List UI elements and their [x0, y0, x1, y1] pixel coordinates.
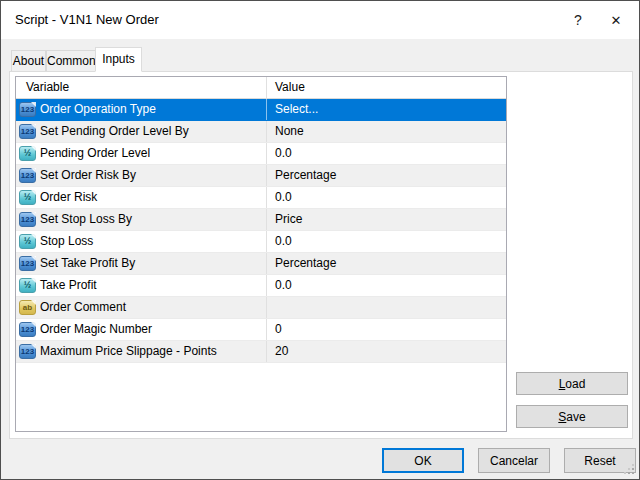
variable-cell: 123Set Pending Order Level By — [16, 121, 267, 142]
variable-name: Set Stop Loss By — [40, 212, 132, 226]
save-button[interactable]: Save — [516, 405, 628, 428]
table-row[interactable]: abOrder Comment — [16, 297, 506, 319]
close-button[interactable]: ✕ — [599, 1, 633, 39]
ok-button[interactable]: OK — [382, 448, 464, 473]
table-row[interactable]: 123Maximum Price Slippage - Points20 — [16, 341, 506, 363]
titlebar: Script - V1N1 New Order ? ✕ — [1, 1, 639, 39]
variable-name: Set Pending Order Level By — [40, 124, 189, 138]
table-row[interactable]: ½Take Profit0.0 — [16, 275, 506, 297]
resize-grip[interactable] — [632, 472, 634, 474]
int-type-icon: 123 — [19, 256, 36, 271]
int-type-icon: 123 — [19, 168, 36, 183]
dialog-window: Script - V1N1 New Order ? ✕ About Common… — [0, 0, 640, 480]
inputs-tab-page: Variable Value 123Order Operation TypeSe… — [9, 71, 633, 439]
variable-cell: 123Set Take Profit By — [16, 253, 267, 274]
table-row[interactable]: 123Set Pending Order Level ByNone — [16, 121, 506, 143]
int-type-icon: 123 — [19, 102, 36, 117]
table-row[interactable]: 123Set Take Profit ByPercentage — [16, 253, 506, 275]
variable-value[interactable]: None — [267, 121, 506, 142]
table-row[interactable]: ½Pending Order Level0.0 — [16, 143, 506, 165]
table-row[interactable]: 123Order Magic Number0 — [16, 319, 506, 341]
table-row[interactable]: 123Set Order Risk ByPercentage — [16, 165, 506, 187]
variable-name: Stop Loss — [40, 234, 93, 248]
variable-name: Set Take Profit By — [40, 256, 135, 270]
column-header-value: Value — [267, 77, 506, 99]
variable-name: Maximum Price Slippage - Points — [40, 344, 217, 358]
reset-button[interactable]: Reset — [564, 448, 636, 473]
variable-cell: ½Order Risk — [16, 187, 267, 208]
cancel-button-label: Cancelar — [490, 454, 538, 468]
variable-cell: ½Pending Order Level — [16, 143, 267, 164]
variable-value[interactable]: 0.0 — [267, 231, 506, 252]
load-button[interactable]: Load — [516, 372, 628, 395]
int-type-icon: 123 — [19, 344, 36, 359]
cancel-button[interactable]: Cancelar — [478, 448, 550, 473]
variable-value[interactable]: 0.0 — [267, 143, 506, 164]
variable-value[interactable]: Select... — [267, 99, 506, 120]
reset-button-label: Reset — [584, 454, 615, 468]
double-type-icon: ½ — [19, 278, 36, 293]
variable-cell: 123Set Stop Loss By — [16, 209, 267, 230]
variable-value[interactable]: Price — [267, 209, 506, 230]
table-row[interactable]: 123Order Operation TypeSelect... — [16, 99, 506, 121]
variable-value[interactable]: Percentage — [267, 165, 506, 186]
variable-value[interactable]: Percentage — [267, 253, 506, 274]
double-type-icon: ½ — [19, 234, 36, 249]
variable-name: Order Magic Number — [40, 322, 152, 336]
variable-cell: ½Take Profit — [16, 275, 267, 296]
table-row[interactable]: 123Set Stop Loss ByPrice — [16, 209, 506, 231]
int-type-icon: 123 — [19, 322, 36, 337]
tab-about[interactable]: About — [11, 50, 46, 71]
table-rows: 123Order Operation TypeSelect...123Set P… — [16, 99, 506, 363]
help-button[interactable]: ? — [561, 1, 595, 39]
variable-cell: 123Order Magic Number — [16, 319, 267, 340]
variable-name: Take Profit — [40, 278, 97, 292]
column-header-variable: Variable — [16, 77, 267, 99]
int-type-icon: 123 — [19, 124, 36, 139]
variable-value[interactable]: 20 — [267, 341, 506, 362]
variable-name: Order Comment — [40, 300, 126, 314]
window-title: Script - V1N1 New Order — [15, 1, 159, 39]
variable-name: Order Risk — [40, 190, 97, 204]
load-button-label: Load — [559, 377, 586, 391]
variable-cell: ½Stop Loss — [16, 231, 267, 252]
tab-inputs[interactable]: Inputs — [95, 47, 142, 72]
variable-value[interactable] — [267, 297, 506, 318]
table-row[interactable]: ½Stop Loss0.0 — [16, 231, 506, 253]
table-header: Variable Value — [16, 77, 506, 99]
variable-name: Order Operation Type — [40, 102, 156, 116]
variable-name: Set Order Risk By — [40, 168, 136, 182]
tab-common[interactable]: Common — [46, 50, 96, 71]
int-type-icon: 123 — [19, 212, 36, 227]
variable-cell: 123Set Order Risk By — [16, 165, 267, 186]
variable-cell: 123Order Operation Type — [16, 99, 267, 120]
string-type-icon: ab — [19, 300, 36, 315]
save-button-label: Save — [558, 410, 585, 424]
variable-value[interactable]: 0.0 — [267, 187, 506, 208]
help-icon: ? — [574, 12, 582, 28]
variable-cell: 123Maximum Price Slippage - Points — [16, 341, 267, 362]
variable-name: Pending Order Level — [40, 146, 150, 160]
double-type-icon: ½ — [19, 146, 36, 161]
variable-cell: abOrder Comment — [16, 297, 267, 318]
double-type-icon: ½ — [19, 190, 36, 205]
variable-value[interactable]: 0 — [267, 319, 506, 340]
inputs-table: Variable Value 123Order Operation TypeSe… — [15, 76, 507, 432]
ok-button-label: OK — [414, 454, 431, 468]
close-icon: ✕ — [611, 13, 622, 28]
variable-value[interactable]: 0.0 — [267, 275, 506, 296]
table-row[interactable]: ½Order Risk0.0 — [16, 187, 506, 209]
